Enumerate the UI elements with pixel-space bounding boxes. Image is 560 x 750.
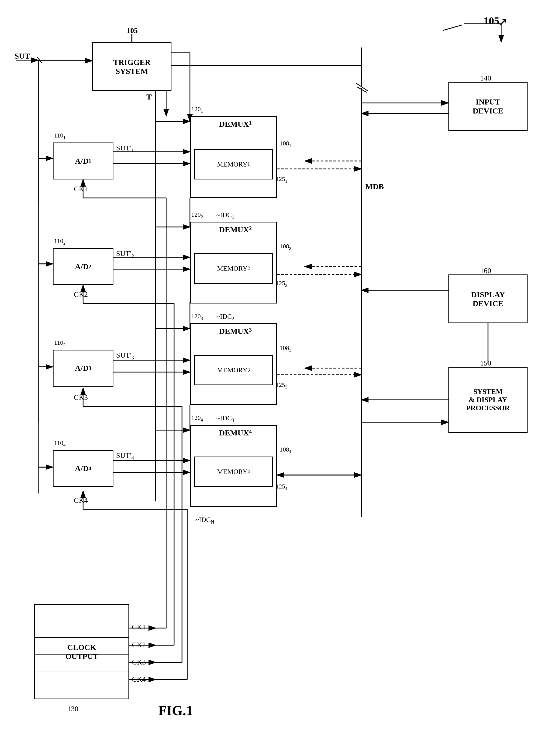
ad4-box: A/D4: [53, 450, 114, 487]
ck2-label: CK2: [74, 290, 88, 299]
trigger-system-box: TRIGGERSYSTEM: [92, 42, 172, 91]
ref-125-3: 1253: [276, 381, 287, 390]
ck3-label: CK3: [74, 393, 88, 402]
display-device-box: DISPLAYDEVICE: [448, 274, 527, 323]
idcn-label: ~IDCN: [195, 516, 214, 525]
ck4-clock-label: CK4: [132, 675, 146, 684]
ref-125-2: 1252: [276, 280, 287, 288]
mdb-label: MDB: [365, 182, 384, 191]
idc2-label: ~IDC2: [216, 313, 234, 322]
t-label: T: [146, 92, 152, 101]
svg-line-6: [356, 83, 368, 91]
trigger-system-label: TRIGGERSYSTEM: [113, 58, 151, 76]
ref-160: 160: [480, 267, 491, 275]
sut1-label: SUT'1: [116, 144, 134, 154]
ref-110-4: 1104: [54, 439, 66, 448]
diagram: 105 ↗ TRIGGERSYSTEM 105 SUT T A/D1 1101 …: [0, 0, 560, 750]
memory1-box: MEMORY1: [194, 149, 273, 179]
ref-100-arrow: ↗: [498, 16, 507, 28]
svg-line-7: [357, 87, 367, 92]
ref-140: 140: [480, 74, 491, 82]
ref-130: 130: [67, 705, 78, 713]
memory3-box: MEMORY3: [194, 355, 273, 385]
ref-150: 150: [480, 359, 491, 367]
ref-120-2: 1202: [191, 211, 203, 220]
ref-100: 105: [483, 15, 499, 27]
ref-110-1: 1101: [54, 132, 66, 140]
ref-108-2: 1082: [280, 243, 291, 251]
ref-120-3: 1203: [191, 313, 203, 321]
ck3-clock-label: CK3: [132, 658, 146, 666]
ref-110-3: 1103: [54, 339, 66, 348]
ck4-label-ad: CK4: [74, 496, 88, 505]
ref-125-1: 1251: [276, 176, 287, 184]
system-display-processor-box: SYSTEM& DISPLAYPROCESSOR: [448, 367, 527, 433]
svg-line-3: [443, 25, 462, 31]
ad3-box: A/D3: [53, 350, 114, 387]
ref-105: 105: [127, 26, 138, 35]
figure-label: FIG.1: [158, 703, 193, 718]
input-device-box: INPUTDEVICE: [448, 82, 527, 131]
ref-110-2: 1102: [54, 237, 66, 246]
ck1-clock-label: CK1: [132, 623, 146, 631]
sut3-label: SUT'3: [116, 351, 134, 361]
ref-108-3: 1083: [280, 344, 291, 353]
ref-120-1: 1201: [191, 105, 203, 114]
ad1-box: A/D1: [53, 142, 114, 179]
svg-line-73: [37, 57, 42, 63]
memory2-box: MEMORY2: [194, 253, 273, 284]
memory4-box: MEMORY4: [194, 457, 273, 487]
idc3-label: ~IDC3: [216, 414, 234, 423]
ref-125-4: 1254: [276, 483, 287, 491]
sut4-label: SUT'4: [116, 451, 134, 461]
svg-line-5: [357, 84, 365, 90]
clock-output-box: CLOCKOUTPUT: [34, 604, 129, 699]
ad2-box: A/D2: [53, 248, 114, 285]
sut2-label: SUT'2: [116, 250, 134, 259]
idc1-label: ~IDC1: [216, 211, 234, 220]
ck2-clock-label: CK2: [132, 641, 146, 649]
ref-108-1: 1081: [280, 140, 291, 148]
ref-120-4: 1204: [191, 414, 203, 423]
ref-108-4: 1084: [280, 446, 291, 454]
sut-label: SUT: [15, 52, 30, 60]
ck1-label: CK1: [74, 185, 88, 193]
